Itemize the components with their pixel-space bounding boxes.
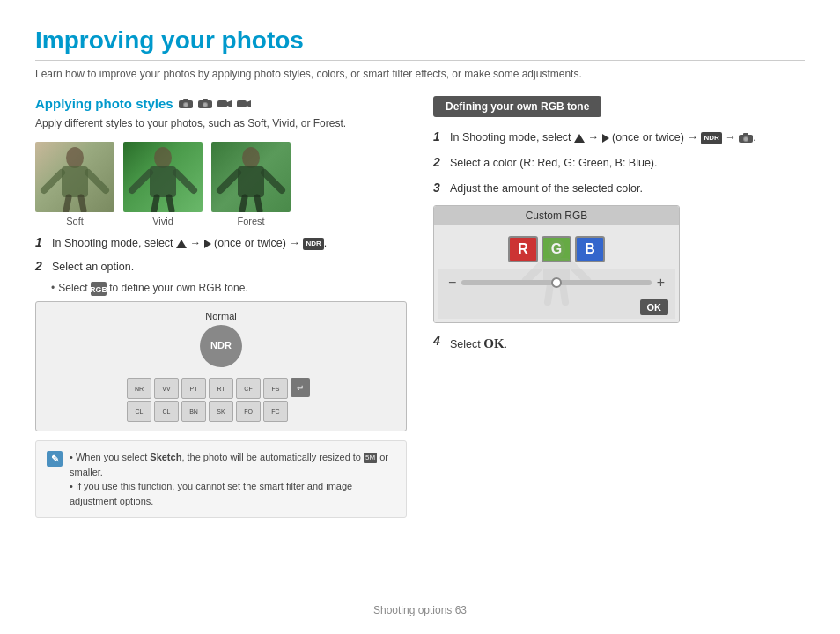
right-step-4: 4 Select OK. bbox=[433, 334, 805, 354]
bullet-dot: • bbox=[51, 282, 55, 294]
right-step-3-text: Adjust the amount of the selected color. bbox=[450, 181, 643, 197]
right-step-2-text: Select a color (R: Red, G: Green, B: Blu… bbox=[450, 155, 658, 172]
svg-text:RGB: RGB bbox=[91, 285, 107, 294]
svg-point-3 bbox=[184, 103, 188, 107]
step-1-num: 1 bbox=[35, 235, 48, 249]
svg-line-27 bbox=[264, 173, 282, 190]
right-step-2-num: 2 bbox=[433, 155, 446, 169]
svg-line-22 bbox=[154, 197, 157, 210]
video-icon bbox=[217, 99, 232, 109]
svg-line-29 bbox=[257, 197, 260, 210]
svg-text:NDR: NDR bbox=[210, 340, 232, 350]
rgb-slider-thumb bbox=[551, 277, 562, 288]
photo-label-soft: Soft bbox=[66, 216, 84, 226]
style-cell-4[interactable]: RT bbox=[209, 378, 233, 399]
rgb-ok-button[interactable]: OK bbox=[640, 299, 669, 315]
photo-soft: Soft bbox=[35, 142, 114, 226]
ndr-icon: NDR bbox=[303, 238, 323, 250]
svg-line-17 bbox=[81, 197, 84, 210]
style-cell-2[interactable]: VV bbox=[154, 378, 179, 399]
rgb-box-body: R G B − + OK bbox=[434, 225, 679, 322]
photo-thumb-soft bbox=[35, 142, 114, 212]
step-1-text: In Shooting mode, select → (once or twic… bbox=[52, 235, 327, 252]
person-silhouette-soft bbox=[35, 142, 114, 212]
step-2-bullet-text: Select RGB to define your own RGB tone. bbox=[58, 282, 247, 296]
person-silhouette-forest bbox=[211, 142, 291, 212]
right-step-1-text: In Shooting mode, select → (once or twic… bbox=[450, 129, 756, 146]
left-section-desc: Apply different styles to your photos, s… bbox=[35, 116, 407, 131]
svg-line-16 bbox=[66, 197, 69, 210]
svg-line-45 bbox=[548, 284, 550, 302]
step-2-num: 2 bbox=[35, 259, 48, 273]
content-columns: Applying photo styles Apply different st… bbox=[35, 96, 805, 518]
style-cell-10[interactable]: SK bbox=[209, 401, 233, 422]
style-cell-3[interactable]: PT bbox=[181, 378, 206, 399]
ndr-icon-right: NDR bbox=[701, 132, 721, 144]
style-selector-inner: Normal NDR NR VV PT RT CF bbox=[45, 311, 397, 422]
style-cell-11[interactable]: FO bbox=[236, 401, 261, 422]
svg-line-14 bbox=[44, 173, 62, 190]
step-2: 2 Select an option. bbox=[35, 259, 407, 276]
photo-examples: Soft Vivid bbox=[35, 142, 407, 226]
svg-point-7 bbox=[203, 103, 207, 107]
svg-point-40 bbox=[744, 137, 748, 141]
page-subtitle: Learn how to improve your photos by appl… bbox=[35, 68, 805, 80]
rgb-cam-icon bbox=[739, 133, 753, 144]
svg-rect-19 bbox=[150, 166, 176, 197]
svg-line-23 bbox=[169, 197, 172, 210]
style-cell-9[interactable]: BN bbox=[181, 401, 206, 422]
ndr-circle-inner: NDR bbox=[208, 336, 234, 356]
right-arrow-icon bbox=[204, 240, 211, 248]
svg-line-21 bbox=[176, 173, 194, 190]
back-button[interactable]: ↵ bbox=[291, 378, 310, 397]
right-step-3-num: 3 bbox=[433, 181, 446, 195]
style-cell-7[interactable]: CL bbox=[127, 401, 151, 422]
right-arrow-icon-r bbox=[602, 134, 609, 143]
svg-rect-25 bbox=[238, 166, 264, 197]
info-box: ✎ • When you select Sketch, the photo wi… bbox=[35, 440, 407, 518]
up-arrow-icon bbox=[176, 240, 187, 248]
svg-rect-38 bbox=[743, 133, 748, 136]
style-cell-1[interactable]: NR bbox=[127, 378, 151, 399]
photo-label-forest: Forest bbox=[237, 216, 264, 226]
svg-line-26 bbox=[220, 173, 238, 190]
person-silhouette-bg bbox=[512, 239, 601, 309]
ok-text: OK bbox=[483, 336, 504, 350]
footer: Shooting options 63 bbox=[373, 604, 467, 616]
page-title: Improving your photos bbox=[35, 26, 805, 55]
info-text: • When you select Sketch, the photo will… bbox=[70, 450, 395, 508]
left-column: Applying photo styles Apply different st… bbox=[35, 96, 407, 518]
svg-rect-10 bbox=[237, 100, 247, 107]
svg-line-46 bbox=[563, 284, 565, 302]
svg-marker-35 bbox=[574, 134, 585, 143]
right-step-4-num: 4 bbox=[433, 334, 446, 348]
step-2-bullet: • Select RGB to define your own RGB tone… bbox=[51, 282, 407, 296]
rgb-icon: RGB bbox=[91, 282, 107, 296]
main-page: Improving your photos Learn how to impro… bbox=[0, 0, 840, 535]
photo-vivid: Vivid bbox=[123, 142, 203, 226]
style-cell-12[interactable]: FC bbox=[263, 401, 288, 422]
style-cell-6[interactable]: FS bbox=[263, 378, 288, 399]
left-section-title: Applying photo styles bbox=[35, 96, 407, 111]
svg-marker-30 bbox=[176, 240, 187, 248]
style-cell-5[interactable]: CF bbox=[236, 378, 261, 399]
rgb-slider-minus[interactable]: − bbox=[448, 275, 456, 291]
svg-line-15 bbox=[88, 173, 106, 190]
rgb-slider-track[interactable] bbox=[461, 280, 651, 285]
svg-line-28 bbox=[242, 197, 245, 210]
style-cell-8[interactable]: CL bbox=[154, 401, 179, 422]
right-column: Defining your own RGB tone 1 In Shooting… bbox=[433, 96, 805, 518]
video-icon2 bbox=[237, 99, 251, 109]
svg-rect-1 bbox=[183, 99, 188, 101]
step-2-text: Select an option. bbox=[52, 259, 134, 276]
rgb-slider-plus[interactable]: + bbox=[657, 275, 665, 291]
normal-label: Normal bbox=[205, 311, 236, 321]
rgb-box-header: Custom RGB bbox=[434, 206, 679, 225]
svg-marker-36 bbox=[602, 134, 609, 143]
info-icon: ✎ bbox=[47, 451, 63, 467]
up-arrow-icon-r bbox=[574, 134, 585, 143]
style-grid-row1: NR VV PT RT CF FS ↵ bbox=[127, 378, 315, 399]
right-step-4-text: Select OK. bbox=[450, 334, 507, 354]
svg-marker-11 bbox=[247, 100, 251, 107]
photo-thumb-forest bbox=[211, 142, 291, 212]
